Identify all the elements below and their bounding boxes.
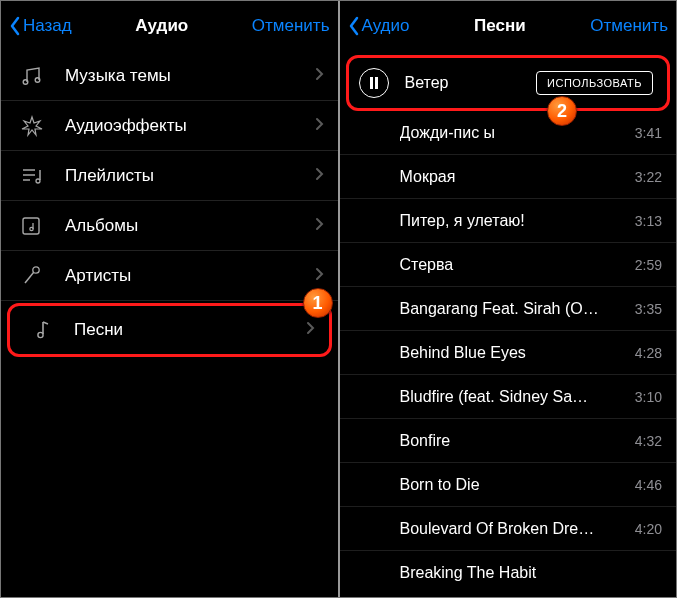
- category-label: Плейлисты: [65, 166, 315, 186]
- category-label: Аудиоэффекты: [65, 116, 315, 136]
- back-label: Аудио: [362, 16, 410, 36]
- svg-rect-12: [370, 77, 373, 89]
- song-title: Behind Blue Eyes: [400, 344, 627, 362]
- back-button[interactable]: Аудио: [348, 16, 410, 36]
- svg-line-10: [25, 272, 34, 283]
- song-title: Bludfire (feat. Sidney Sa…: [400, 388, 627, 406]
- highlight-songs: Песни 1: [7, 303, 332, 357]
- category-row-theme-music[interactable]: Музыка темы: [1, 51, 338, 101]
- song-title: Breaking The Habit: [400, 564, 655, 582]
- chevron-right-icon: [315, 117, 324, 135]
- song-title: Дожди-пис ы: [400, 124, 627, 142]
- category-label: Альбомы: [65, 216, 315, 236]
- category-row-audio-effects[interactable]: Аудиоэффекты: [1, 101, 338, 151]
- song-title: Питер, я улетаю!: [400, 212, 627, 230]
- song-row-playing[interactable]: Ветер ИСПОЛЬЗОВАТЬ: [349, 58, 668, 108]
- cancel-button[interactable]: Отменить: [590, 16, 668, 36]
- song-duration: 2:59: [635, 257, 662, 273]
- category-label: Песни: [74, 320, 306, 340]
- chevron-right-icon: [315, 67, 324, 85]
- back-button[interactable]: Назад: [9, 16, 72, 36]
- category-label: Музыка темы: [65, 66, 315, 86]
- note-icon: [28, 319, 54, 341]
- category-list: Музыка темы Аудиоэффекты Плейлисты Альбо…: [1, 51, 338, 597]
- chevron-right-icon: [315, 167, 324, 185]
- svg-point-0: [23, 79, 28, 84]
- playlist-icon: [19, 165, 45, 187]
- song-duration: 3:22: [635, 169, 662, 185]
- svg-point-11: [38, 332, 43, 337]
- svg-point-8: [30, 227, 33, 230]
- screen-audio-categories: Назад Аудио Отменить Музыка темы Аудиоэф…: [1, 1, 338, 597]
- song-row[interactable]: Bonfire 4:32: [340, 419, 677, 463]
- svg-point-1: [35, 77, 40, 82]
- song-title: Bonfire: [400, 432, 627, 450]
- category-label: Артисты: [65, 266, 315, 286]
- callout-badge-1: 1: [303, 288, 333, 318]
- album-icon: [19, 215, 45, 237]
- pause-icon: [369, 77, 379, 89]
- chevron-back-icon: [348, 16, 360, 36]
- song-row[interactable]: Behind Blue Eyes 4:28: [340, 331, 677, 375]
- back-label: Назад: [23, 16, 72, 36]
- song-row[interactable]: Breaking The Habit: [340, 551, 677, 595]
- category-row-songs[interactable]: Песни: [10, 306, 329, 354]
- category-row-albums[interactable]: Альбомы: [1, 201, 338, 251]
- pause-button[interactable]: [359, 68, 389, 98]
- song-title: Стерва: [400, 256, 627, 274]
- song-title: Мокрая: [400, 168, 627, 186]
- song-duration: 4:28: [635, 345, 662, 361]
- song-title: Bangarang Feat. Sirah (O…: [400, 300, 627, 318]
- song-row[interactable]: Bangarang Feat. Sirah (O… 3:35: [340, 287, 677, 331]
- song-row[interactable]: Born to Die 4:46: [340, 463, 677, 507]
- song-row[interactable]: Питер, я улетаю! 3:13: [340, 199, 677, 243]
- svg-marker-2: [22, 117, 42, 135]
- song-duration: 4:46: [635, 477, 662, 493]
- song-title: Boulevard Of Broken Dre…: [400, 520, 627, 538]
- use-button[interactable]: ИСПОЛЬЗОВАТЬ: [536, 71, 653, 95]
- song-row[interactable]: Мокрая 3:22: [340, 155, 677, 199]
- song-title: Ветер: [405, 74, 537, 92]
- svg-point-6: [36, 179, 40, 183]
- chevron-right-icon: [315, 217, 324, 235]
- song-row[interactable]: Дожди-пис ы 3:41: [340, 111, 677, 155]
- category-row-artists[interactable]: Артисты: [1, 251, 338, 301]
- song-duration: 4:20: [635, 521, 662, 537]
- burst-icon: [19, 115, 45, 137]
- screen-songs-list: Аудио Песни Отменить Ветер ИСПОЛЬЗОВАТЬ …: [338, 1, 677, 597]
- highlight-use: Ветер ИСПОЛЬЗОВАТЬ 2: [346, 55, 671, 111]
- svg-point-9: [33, 266, 39, 272]
- chevron-right-icon: [315, 267, 324, 285]
- song-duration: 3:41: [635, 125, 662, 141]
- chevron-back-icon: [9, 16, 21, 36]
- navbar: Назад Аудио Отменить: [1, 1, 338, 51]
- song-duration: 3:13: [635, 213, 662, 229]
- category-row-playlists[interactable]: Плейлисты: [1, 151, 338, 201]
- song-duration: 3:35: [635, 301, 662, 317]
- svg-rect-13: [375, 77, 378, 89]
- navbar: Аудио Песни Отменить: [340, 1, 677, 51]
- music-notes-icon: [19, 65, 45, 87]
- song-duration: 3:10: [635, 389, 662, 405]
- song-row[interactable]: Boulevard Of Broken Dre… 4:20: [340, 507, 677, 551]
- song-duration: 4:32: [635, 433, 662, 449]
- song-row[interactable]: Bludfire (feat. Sidney Sa… 3:10: [340, 375, 677, 419]
- chevron-right-icon: [306, 321, 315, 339]
- song-list: Ветер ИСПОЛЬЗОВАТЬ 2 Дожди-пис ы 3:41 Мо…: [340, 51, 677, 597]
- song-title: Born to Die: [400, 476, 627, 494]
- nav-title: Аудио: [135, 16, 188, 36]
- song-row[interactable]: Стерва 2:59: [340, 243, 677, 287]
- cancel-button[interactable]: Отменить: [252, 16, 330, 36]
- svg-rect-7: [23, 218, 39, 234]
- microphone-icon: [19, 265, 45, 287]
- nav-title: Песни: [474, 16, 526, 36]
